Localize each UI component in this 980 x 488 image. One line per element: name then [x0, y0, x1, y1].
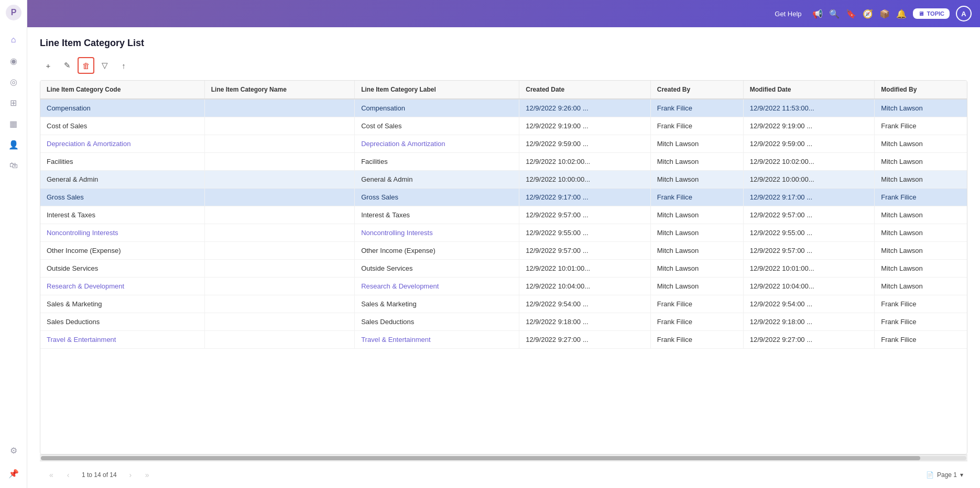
- col-header-modified-by[interactable]: Modified By: [875, 81, 967, 99]
- horizontal-scrollbar[interactable]: [40, 454, 967, 461]
- code-cell: Depreciation & Amortization: [40, 135, 204, 153]
- created-by-cell: Mitch Lawson: [650, 260, 743, 278]
- col-header-created-by[interactable]: Created By: [650, 81, 743, 99]
- search-icon[interactable]: 🔍: [829, 9, 840, 19]
- sidebar-item-settings[interactable]: ⚙: [4, 441, 23, 460]
- first-page-button[interactable]: «: [44, 468, 59, 482]
- topnav: Get Help 📢 🔍 🔖 🧭 📦 🔔 🖥 TOPIC A: [27, 0, 980, 27]
- sidebar-item-user[interactable]: 👤: [4, 135, 23, 154]
- table-row[interactable]: Sales & MarketingSales & Marketing12/9/2…: [40, 295, 967, 313]
- label-cell: Interest & Taxes: [355, 206, 519, 224]
- active-app-widget[interactable]: 🖥 TOPIC: [913, 8, 950, 19]
- modified-by-cell: Mitch Lawson: [875, 135, 967, 153]
- megaphone-icon[interactable]: 📢: [812, 9, 823, 19]
- label-cell: Depreciation & Amortization: [355, 135, 519, 153]
- created-by-cell: Frank Filice: [650, 117, 743, 135]
- user-avatar[interactable]: A: [956, 6, 972, 21]
- label-cell: Facilities: [355, 153, 519, 171]
- prev-page-button[interactable]: ‹: [61, 468, 75, 482]
- col-header-label[interactable]: Line Item Category Label: [355, 81, 519, 99]
- pagination-controls: « ‹ 1 to 14 of 14 › »: [44, 468, 155, 482]
- sidebar-item-shopping[interactable]: 🛍: [4, 156, 23, 175]
- table-row[interactable]: Research & DevelopmentResearch & Develop…: [40, 278, 967, 295]
- name-cell: [204, 171, 354, 188]
- name-cell: [204, 117, 354, 135]
- modified-date-cell: 12/9/2022 9:57:00 ...: [743, 206, 875, 224]
- table-row[interactable]: General & AdminGeneral & Admin12/9/2022 …: [40, 171, 967, 188]
- table-row[interactable]: CompensationCompensation12/9/2022 9:26:0…: [40, 99, 967, 117]
- label-cell: Outside Services: [355, 260, 519, 278]
- col-header-created-date[interactable]: Created Date: [519, 81, 651, 99]
- box-icon[interactable]: 📦: [879, 9, 890, 19]
- table-row[interactable]: Travel & EntertainmentTravel & Entertain…: [40, 331, 967, 349]
- app-logo[interactable]: P: [5, 4, 22, 21]
- last-page-button[interactable]: »: [140, 468, 155, 482]
- sidebar-item-chart[interactable]: ▦: [4, 114, 23, 133]
- table-row[interactable]: Sales DeductionsSales Deductions12/9/202…: [40, 313, 967, 331]
- bookmark-icon[interactable]: 🔖: [846, 9, 856, 19]
- modified-by-cell: Mitch Lawson: [875, 153, 967, 171]
- table-row[interactable]: Depreciation & AmortizationDepreciation …: [40, 135, 967, 153]
- col-header-code[interactable]: Line Item Category Code: [40, 81, 204, 99]
- sidebar-item-dashboard[interactable]: ◉: [4, 51, 23, 70]
- modified-by-cell: Frank Filice: [875, 117, 967, 135]
- pagination-footer: « ‹ 1 to 14 of 14 › » 📄 Page 1 ▾: [40, 461, 967, 488]
- export-icon: ↑: [122, 61, 126, 70]
- table-row[interactable]: Other Income (Expense)Other Income (Expe…: [40, 242, 967, 260]
- created-date-cell: 12/9/2022 10:02:00...: [519, 153, 651, 171]
- modified-date-cell: 12/9/2022 9:55:00 ...: [743, 224, 875, 242]
- modified-date-cell: 12/9/2022 10:00:00...: [743, 171, 875, 188]
- table-row[interactable]: Outside ServicesOutside Services12/9/202…: [40, 260, 967, 278]
- sidebar-item-pin[interactable]: 📌: [4, 464, 23, 483]
- created-by-cell: Frank Filice: [650, 313, 743, 331]
- modified-by-cell: Frank Filice: [875, 295, 967, 313]
- code-cell: Outside Services: [40, 260, 204, 278]
- created-by-cell: Frank Filice: [650, 99, 743, 117]
- page-dropdown-icon[interactable]: ▾: [960, 471, 963, 479]
- code-cell: Travel & Entertainment: [40, 331, 204, 349]
- code-cell: Facilities: [40, 153, 204, 171]
- modified-date-cell: 12/9/2022 9:17:00 ...: [743, 188, 875, 206]
- add-button[interactable]: +: [40, 57, 57, 74]
- next-page-button[interactable]: ›: [123, 468, 138, 482]
- table-row[interactable]: FacilitiesFacilities12/9/2022 10:02:00..…: [40, 153, 967, 171]
- code-cell: Compensation: [40, 99, 204, 117]
- sidebar-item-grid[interactable]: ⊞: [4, 93, 23, 112]
- code-cell: Sales & Marketing: [40, 295, 204, 313]
- filter-button[interactable]: ▽: [96, 57, 113, 74]
- delete-button[interactable]: 🗑: [78, 57, 94, 74]
- table-row[interactable]: Noncontrolling InterestsNoncontrolling I…: [40, 224, 967, 242]
- created-by-cell: Frank Filice: [650, 295, 743, 313]
- label-cell: Noncontrolling Interests: [355, 224, 519, 242]
- get-help-link[interactable]: Get Help: [775, 10, 801, 18]
- created-date-cell: 12/9/2022 9:19:00 ...: [519, 117, 651, 135]
- modified-by-cell: Mitch Lawson: [875, 242, 967, 260]
- toolbar: + ✎ 🗑 ▽ ↑: [40, 57, 967, 74]
- filter-icon: ▽: [102, 61, 108, 70]
- compass-icon[interactable]: 🧭: [863, 9, 873, 19]
- page-title: Line Item Category List: [40, 38, 967, 49]
- modified-by-cell: Mitch Lawson: [875, 260, 967, 278]
- bell-icon[interactable]: 🔔: [896, 9, 907, 19]
- data-table-container[interactable]: Line Item Category Code Line Item Catego…: [40, 80, 967, 454]
- code-cell: Interest & Taxes: [40, 206, 204, 224]
- scroll-track: [41, 456, 966, 460]
- label-cell: Other Income (Expense): [355, 242, 519, 260]
- table-row[interactable]: Cost of SalesCost of Sales12/9/2022 9:19…: [40, 117, 967, 135]
- col-header-name[interactable]: Line Item Category Name: [204, 81, 354, 99]
- name-cell: [204, 295, 354, 313]
- sidebar-item-location[interactable]: ◎: [4, 72, 23, 91]
- created-date-cell: 12/9/2022 9:27:00 ...: [519, 331, 651, 349]
- label-cell: Cost of Sales: [355, 117, 519, 135]
- table-row[interactable]: Interest & TaxesInterest & Taxes12/9/202…: [40, 206, 967, 224]
- edit-button[interactable]: ✎: [59, 57, 75, 74]
- col-header-modified-date[interactable]: Modified Date: [743, 81, 875, 99]
- sidebar-item-home[interactable]: ⌂: [4, 30, 23, 49]
- name-cell: [204, 278, 354, 295]
- created-date-cell: 12/9/2022 9:18:00 ...: [519, 313, 651, 331]
- label-cell: General & Admin: [355, 171, 519, 188]
- export-button[interactable]: ↑: [115, 57, 132, 74]
- svg-text:P: P: [10, 8, 16, 17]
- table-row[interactable]: Gross SalesGross Sales12/9/2022 9:17:00 …: [40, 188, 967, 206]
- name-cell: [204, 99, 354, 117]
